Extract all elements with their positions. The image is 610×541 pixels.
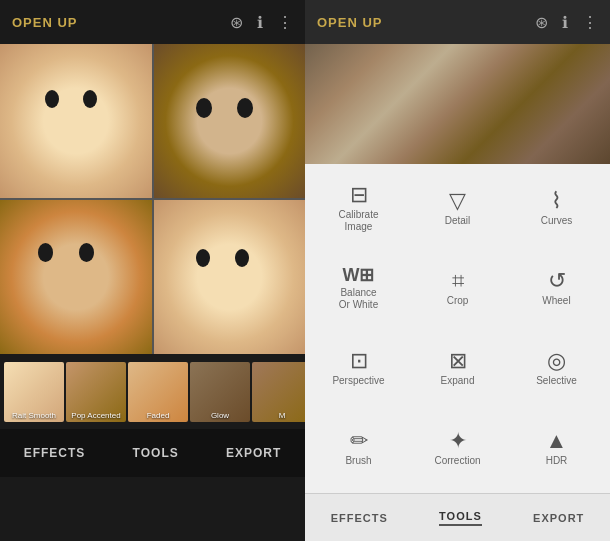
right-panel: OPEN UP ⊛ ℹ ⋮ ⊟ CalibrateImage ▽ Detail … [305,0,610,541]
left-panel: OPEN UP ⊛ ℹ ⋮ [0,0,305,541]
thumb-label: Faded [130,411,186,420]
thumbnail-item[interactable]: Glow [190,362,250,422]
info-icon-right[interactable]: ℹ [562,13,568,32]
thumb-label: Rait Smooth [6,411,62,420]
funko-face-1 [0,44,152,198]
tools-grid: ⊟ CalibrateImage ▽ Detail ⌇ Curves W⊞ Ba… [305,164,610,493]
thumbnail-strip: Rait Smooth Pop Accented Faded Glow M [0,354,305,429]
tool-curves-label: Curves [541,215,573,227]
calibrate-icon: ⊟ [350,184,368,206]
more-icon[interactable]: ⋮ [277,13,293,32]
preview-image [305,44,610,164]
tool-crop[interactable]: ⌗ Crop [408,248,507,328]
expand-icon: ⊠ [449,350,467,372]
thumb-label: M [254,411,305,420]
thumb-label: Pop Accented [68,411,124,420]
tool-wheel-label: Wheel [542,295,570,307]
info-icon[interactable]: ℹ [257,13,263,32]
curves-icon: ⌇ [551,190,562,212]
thumbnail-item[interactable]: M [252,362,305,422]
right-bottom-bar: EFFECTS TOOLS EXPORT [305,493,610,541]
funko-face-2 [154,44,306,198]
funko-grid [0,44,305,354]
right-app-title: OPEN UP [317,15,383,30]
tool-curves[interactable]: ⌇ Curves [507,168,606,248]
funko-face-3 [0,200,152,354]
thumbnail-item[interactable]: Faded [128,362,188,422]
tool-detail[interactable]: ▽ Detail [408,168,507,248]
eye [196,98,212,118]
left-header-icons: ⊛ ℹ ⋮ [230,13,293,32]
layers-icon-right[interactable]: ⊛ [535,13,548,32]
right-effects-button[interactable]: EFFECTS [331,512,388,524]
selective-icon: ◎ [547,350,566,372]
thumbnail-item[interactable]: Rait Smooth [4,362,64,422]
tool-correction-label: Correction [434,455,480,467]
crop-icon: ⌗ [452,270,464,292]
tool-selective-label: Selective [536,375,577,387]
left-app-title: OPEN UP [12,15,78,30]
eye [237,98,253,118]
left-header: OPEN UP ⊛ ℹ ⋮ [0,0,305,44]
wheel-icon: ↺ [548,270,566,292]
eye [83,90,97,108]
tool-perspective[interactable]: ⊡ Perspective [309,329,408,409]
brush-icon: ✏ [350,430,368,452]
tool-expand-label: Expand [441,375,475,387]
tool-balance[interactable]: W⊞ BalanceOr White [309,248,408,328]
right-header: OPEN UP ⊛ ℹ ⋮ [305,0,610,44]
tool-detail-label: Detail [445,215,471,227]
detail-icon: ▽ [449,190,466,212]
funko-face-4 [154,200,306,354]
perspective-icon: ⊡ [350,350,368,372]
right-header-icons: ⊛ ℹ ⋮ [535,13,598,32]
tool-calibrate[interactable]: ⊟ CalibrateImage [309,168,408,248]
balance-icon: W⊞ [343,266,375,284]
effects-button[interactable]: Effects [24,446,86,460]
tool-balance-label: BalanceOr White [339,287,378,311]
thumb-label: Glow [192,411,248,420]
right-tools-button[interactable]: TOOLS [439,510,482,526]
tool-selective[interactable]: ◎ Selective [507,329,606,409]
tool-brush-label: Brush [345,455,371,467]
tool-correction[interactable]: ✦ Correction [408,409,507,489]
tools-button[interactable]: TOOLS [133,446,179,460]
tool-wheel[interactable]: ↺ Wheel [507,248,606,328]
thumbnail-item[interactable]: Pop Accented [66,362,126,422]
export-button[interactable]: EXPORT [226,446,281,460]
layers-icon[interactable]: ⊛ [230,13,243,32]
main-image [0,44,305,354]
more-icon-right[interactable]: ⋮ [582,13,598,32]
tool-calibrate-label: CalibrateImage [338,209,378,233]
right-export-button[interactable]: EXPORT [533,512,584,524]
tool-expand[interactable]: ⊠ Expand [408,329,507,409]
eye [235,249,249,267]
eye [196,249,210,267]
tool-crop-label: Crop [447,295,469,307]
eye [45,90,59,108]
tool-hdr-label: HDR [546,455,568,467]
tool-brush[interactable]: ✏ Brush [309,409,408,489]
eye [38,243,53,262]
right-image-preview [305,44,610,164]
correction-icon: ✦ [449,430,467,452]
eye [79,243,94,262]
left-bottom-bar: Effects TOOLS EXPORT [0,429,305,477]
hdr-icon: ▲ [546,430,568,452]
tool-hdr[interactable]: ▲ HDR [507,409,606,489]
tool-perspective-label: Perspective [332,375,384,387]
